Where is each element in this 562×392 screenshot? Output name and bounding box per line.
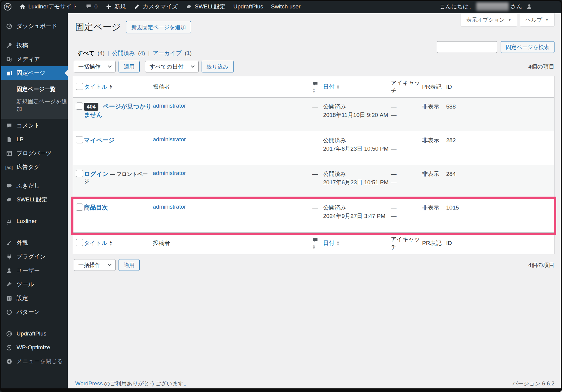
sidebar-item-updraftplus[interactable]: UpdraftPlus (0, 327, 68, 341)
sidebar-item-label: UpdraftPlus (17, 330, 46, 337)
row-checkbox[interactable] (76, 204, 83, 211)
filter-button[interactable]: 絞り込み (202, 61, 234, 72)
sidebar-item-dashboard[interactable]: ダッシュボード (0, 19, 68, 33)
title-header-label: タイトル (84, 239, 107, 247)
updraftplus-icon (5, 330, 13, 337)
wrench-icon (5, 281, 13, 288)
submenu-item-add-new-page[interactable]: 新規固定ページを追加 (0, 95, 68, 115)
switch-user-link[interactable]: Switch user (267, 0, 304, 13)
sidebar-item-wp-optimize[interactable]: WP-Optimize (0, 341, 68, 354)
item-count-bottom: 4個の項目 (528, 261, 554, 269)
eyecatch-value: — (391, 111, 422, 119)
add-new-page-button[interactable]: 新規固定ページを追加 (126, 21, 191, 33)
sidebar-item-settings[interactable]: 設定 (0, 291, 68, 305)
eyecatch-value: — (391, 170, 422, 178)
date-header-label: 日付 (323, 239, 335, 247)
page-title-link[interactable]: 商品目次 (84, 204, 108, 211)
version-label: バージョン 6.6.2 (512, 380, 554, 387)
sidebar-item-plugins[interactable]: プラグイン (0, 250, 68, 264)
bulk-action-select[interactable]: 一括操作 (74, 61, 116, 72)
sidebar-item-media[interactable]: メディア (0, 52, 68, 66)
table-grid-icon (5, 150, 13, 157)
sidebar-item-collapse-menu[interactable]: メニューを閉じる (0, 354, 68, 368)
chevron-down-icon (108, 262, 112, 266)
sidebar-item-ad-tag[interactable]: [ad] 広告タグ (0, 160, 68, 174)
sort-comments-header[interactable]: ▲▼ (312, 81, 323, 93)
account-menu[interactable]: こんにちは、 さん (440, 2, 562, 11)
select-all-checkbox[interactable] (76, 83, 83, 90)
author-link[interactable]: administrator (153, 103, 186, 109)
sidebar-item-label: ふきだし (17, 182, 40, 190)
bulk-actions-top: 一括操作 適用 すべての日付 絞り込み 4個の項目 (74, 61, 554, 72)
author-link[interactable]: administrator (153, 204, 186, 210)
date-filter-select[interactable]: すべての日付 (145, 61, 199, 72)
bulk-action-label: 一括操作 (78, 261, 100, 269)
sort-comments-header[interactable]: ▲▼ (312, 237, 323, 250)
sort-title-header[interactable]: タイトル ▲▼ (84, 239, 113, 247)
customize-link[interactable]: カスタマイズ (130, 0, 182, 13)
sidebar-item-patterns[interactable]: パターン (0, 305, 68, 319)
sidebar-item-pages[interactable]: 固定ページ (0, 66, 68, 80)
sidebar-item-label: ツール (17, 280, 34, 288)
sidebar-item-users[interactable]: ユーザー (0, 264, 68, 277)
sidebar-item-label: LP (17, 136, 23, 143)
pr-header-label: PR表記 (422, 84, 441, 90)
wordpress-logo-menu[interactable]: W (0, 0, 15, 13)
search-input[interactable] (437, 41, 497, 53)
wordpress-link[interactable]: WordPress (75, 380, 103, 387)
author-link[interactable]: administrator (153, 136, 186, 142)
new-label: 新規 (114, 3, 126, 11)
page-title-link[interactable]: ログイン (84, 170, 109, 177)
home-icon (19, 3, 26, 10)
sidebar-item-comments[interactable]: コメント (0, 119, 68, 133)
row-checkbox[interactable] (76, 136, 83, 143)
swell-whale-icon (186, 3, 192, 10)
sort-date-header[interactable]: 日付 ▲▼ (323, 239, 340, 247)
filter-all[interactable]: すべて (77, 49, 94, 57)
sidebar-item-fukidashi[interactable]: ふきだし (0, 179, 68, 193)
filter-archive[interactable]: アーカイブ (153, 49, 182, 57)
site-name-link[interactable]: Luxlinerデモサイト (15, 0, 82, 13)
page-title-link[interactable]: マイページ (84, 137, 115, 143)
new-content-menu[interactable]: 新規 (101, 0, 130, 13)
sort-arrows-icon: ▲▼ (109, 240, 113, 246)
search-pages-button[interactable]: 固定ページを検索 (501, 41, 554, 53)
apply-button[interactable]: 適用 (119, 259, 140, 271)
sidebar-item-posts[interactable]: 投稿 (0, 38, 68, 52)
sidebar-item-swell-settings[interactable]: SWELL設定 (0, 193, 68, 207)
sidebar-item-label: 投稿 (17, 41, 28, 49)
filter-published-count: (4) (138, 50, 145, 57)
apply-button[interactable]: 適用 (119, 61, 140, 72)
author-link[interactable]: administrator (153, 170, 186, 176)
eyecatch-value: — (391, 145, 422, 153)
swell-settings-link[interactable]: SWELL設定 (182, 0, 229, 13)
comments-icon (5, 122, 13, 129)
comments-value: — (312, 103, 318, 110)
row-checkbox[interactable] (76, 103, 83, 110)
sidebar-item-tools[interactable]: ツール (0, 277, 68, 291)
sidebar-item-lp[interactable]: LP (0, 133, 68, 146)
updraftplus-bar-link[interactable]: UpdraftPlus (229, 0, 267, 13)
filter-published[interactable]: 公開済み (112, 49, 135, 57)
sort-date-header[interactable]: 日付 ▲▼ (323, 83, 340, 91)
bulk-action-select[interactable]: 一括操作 (74, 259, 116, 271)
sort-title-header[interactable]: タイトル ▲▼ (84, 83, 113, 91)
sidebar-item-luxliner[interactable]: Luxliner (0, 214, 68, 228)
help-tab[interactable]: ヘルプ ▼ (520, 13, 554, 26)
select-all-checkbox[interactable] (76, 239, 83, 246)
screen-options-tab[interactable]: 表示オプション ▼ (461, 13, 517, 26)
comments-shortcut[interactable]: 0 (82, 0, 102, 13)
author-header-label: 投稿者 (153, 84, 170, 90)
sidebar-item-label: ユーザー (17, 267, 40, 274)
sidebar-item-label: 固定ページ (17, 69, 45, 77)
sidebar-item-label: メディア (17, 55, 40, 63)
boat-icon (5, 218, 13, 225)
submenu-item-all-pages[interactable]: 固定ページ一覧 (0, 83, 68, 95)
pages-table: タイトル ▲▼ 投稿者 ▲▼ 日付 ▲▼ アイキャッチ PR表記 ID 404 … (73, 76, 554, 254)
sidebar-item-appearance[interactable]: 外観 (0, 236, 68, 250)
row-checkbox[interactable] (76, 170, 83, 177)
sidebar-item-blog-parts[interactable]: ブログパーツ (0, 146, 68, 160)
eyecatch-header-label: アイキャッチ (391, 80, 420, 94)
sort-arrows-icon: ▲▼ (336, 84, 340, 90)
main-content: 表示オプション ▼ ヘルプ ▼ 固定ページ 新規固定ページを追加 すべて (4)… (68, 13, 562, 392)
